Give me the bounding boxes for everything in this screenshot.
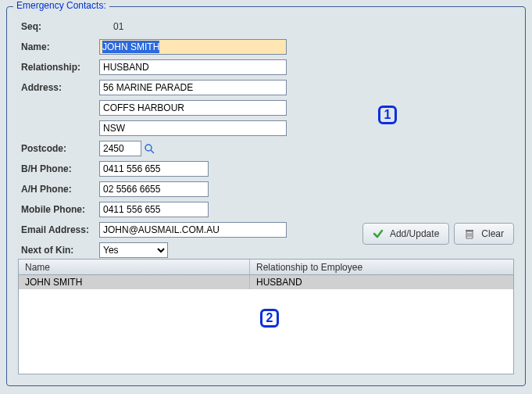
postcode-label: Postcode: [18, 143, 99, 154]
table-header: Name Relationship to Employee [19, 260, 513, 275]
address-line1-field[interactable] [99, 80, 287, 95]
clear-button[interactable]: Clear [454, 223, 514, 245]
next-of-kin-select[interactable]: Yes [99, 242, 168, 258]
address-line2-field[interactable] [99, 100, 287, 116]
cell-name: JOHN SMITH [19, 275, 250, 289]
address-line3-field[interactable] [99, 120, 287, 136]
ah-phone-label: A/H Phone: [18, 184, 99, 195]
bh-phone-label: B/H Phone: [18, 163, 99, 174]
ah-phone-field[interactable] [99, 181, 209, 197]
form-area: Seq: 01 Name: JOHN SMITH Relationship: A… [13, 13, 519, 259]
svg-point-0 [145, 145, 152, 151]
email-field[interactable] [99, 222, 287, 238]
add-update-button[interactable]: Add/Update [362, 223, 449, 245]
address-label: Address: [18, 82, 99, 93]
cell-relationship: HUSBAND [250, 275, 513, 289]
mobile-phone-field[interactable] [99, 202, 209, 217]
trash-icon [464, 228, 475, 239]
action-buttons: Add/Update Clear [362, 223, 514, 245]
relationship-label: Relationship: [18, 62, 99, 73]
clear-label: Clear [481, 228, 504, 239]
postcode-lookup-icon[interactable] [143, 142, 155, 155]
col-header-relationship[interactable]: Relationship to Employee [250, 260, 513, 274]
check-icon [373, 228, 384, 239]
relationship-field[interactable] [99, 59, 287, 75]
next-of-kin-label: Next of Kin: [18, 245, 99, 256]
name-label: Name: [18, 41, 99, 52]
bh-phone-field[interactable] [99, 161, 209, 177]
emergency-contacts-group: Emergency Contacts: Seq: 01 Name: JOHN S… [6, 6, 526, 386]
mobile-phone-label: Mobile Phone: [18, 204, 99, 215]
callout-1: 1 [378, 106, 397, 124]
group-legend: Emergency Contacts: [13, 0, 109, 11]
col-header-name[interactable]: Name [19, 260, 250, 274]
svg-rect-3 [466, 230, 473, 231]
callout-2: 2 [260, 309, 279, 328]
name-field-value: JOHN SMITH [102, 41, 159, 53]
add-update-label: Add/Update [390, 228, 439, 239]
seq-label: Seq: [18, 21, 99, 32]
svg-line-1 [151, 150, 154, 153]
table-row[interactable]: JOHN SMITH HUSBAND [19, 275, 513, 289]
seq-value: 01 [99, 21, 123, 32]
postcode-field[interactable] [99, 141, 141, 156]
email-label: Email Address: [18, 224, 99, 235]
